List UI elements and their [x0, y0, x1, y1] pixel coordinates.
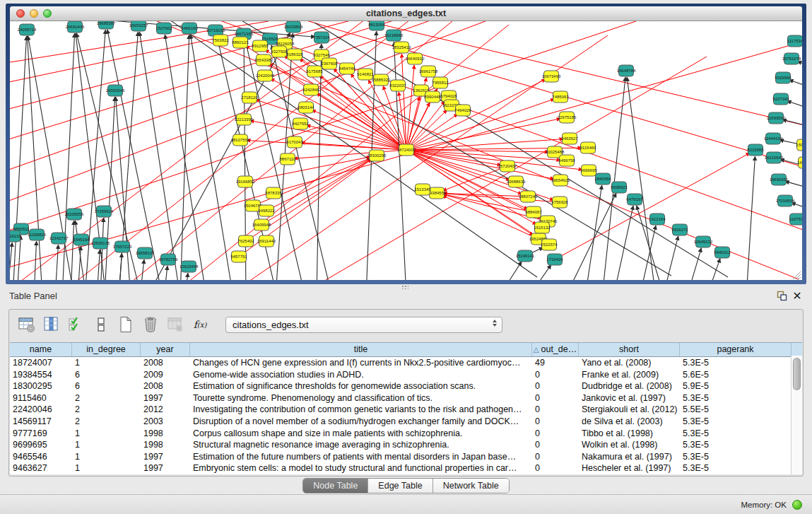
graph-node[interactable]: 1671023	[797, 157, 802, 168]
graph-node[interactable]: 9242848	[302, 84, 319, 95]
graph-node[interactable]: 1527602	[155, 23, 172, 34]
graph-node[interactable]: 19958107	[136, 247, 155, 259]
graph-node[interactable]: 16210643	[765, 152, 784, 163]
table-row[interactable]: 977716911998Corpus callosum shape and si…	[10, 428, 802, 440]
graph-node[interactable]: 15885320	[372, 74, 391, 86]
graph-node[interactable]: 19654923	[551, 175, 570, 186]
graph-node[interactable]: 7563822	[212, 35, 229, 46]
graph-node[interactable]: 16648784	[617, 65, 636, 76]
column-header[interactable]: year	[141, 343, 190, 356]
new-document-icon[interactable]	[117, 316, 135, 333]
function-icon[interactable]: f(x)	[191, 316, 209, 333]
network-window-titlebar[interactable]: citations_edges.txt	[10, 6, 802, 21]
graph-node[interactable]: 19685387	[97, 21, 116, 29]
graph-node[interactable]: 8427552	[292, 118, 309, 129]
checklist-icon[interactable]	[67, 316, 86, 333]
table-row[interactable]: 1872400712008Changes of HCN gene express…	[10, 357, 802, 369]
memory-status-icon[interactable]	[792, 500, 802, 510]
graph-node[interactable]: 18724007	[397, 144, 416, 156]
column-header[interactable]: in_degree	[72, 343, 141, 356]
graph-node[interactable]: 20206556	[65, 209, 84, 220]
graph-node[interactable]: 9170043	[286, 136, 303, 148]
graph-node[interactable]: 12213399	[235, 114, 254, 125]
tab-network-table[interactable]: Network Table	[433, 479, 509, 493]
graph-node[interactable]: 9499758	[558, 155, 575, 166]
graph-node[interactable]: 8454749	[339, 63, 355, 74]
graph-node[interactable]: 19166852	[236, 176, 255, 187]
graph-node[interactable]: 9327508	[271, 46, 288, 57]
close-panel-icon[interactable]: ✕	[789, 289, 805, 302]
graph-node[interactable]: 18325419	[392, 42, 411, 53]
resize-grip-icon[interactable]	[793, 271, 801, 279]
graph-node[interactable]: 18300295	[367, 150, 387, 161]
graph-node[interactable]: 24055724	[18, 24, 37, 35]
graph-node[interactable]: 8813054	[368, 21, 385, 30]
graph-node[interactable]: 9115460	[580, 142, 597, 153]
graph-node[interactable]: 16640910	[406, 53, 425, 64]
graph-node[interactable]: 17016504	[776, 195, 795, 206]
graph-node[interactable]: 1595349	[796, 139, 802, 151]
graph-node[interactable]: 19692951	[770, 174, 789, 185]
graph-node[interactable]: 1733426	[546, 254, 563, 265]
graph-node[interactable]: 10688639	[507, 176, 526, 187]
graph-node[interactable]: 9945012	[714, 247, 731, 258]
minimize-window-button[interactable]	[30, 9, 38, 18]
table-selector[interactable]: citations_edges.txt	[225, 317, 502, 333]
graph-node[interactable]: 19218986	[384, 30, 404, 41]
graph-node[interactable]: 9463627	[561, 133, 578, 144]
graph-node[interactable]: 2718120	[241, 92, 258, 103]
graph-node[interactable]: 8322037	[389, 80, 406, 91]
graph-node[interactable]: 12505135	[91, 238, 110, 249]
table-row[interactable]: 911546021997Tourette syndrome. Phenomeno…	[10, 392, 802, 404]
graph-node[interactable]: 18807249	[519, 191, 538, 202]
graph-node[interactable]: 8215955	[747, 144, 764, 156]
graph-node[interactable]: 16782759	[159, 254, 178, 265]
graph-node[interactable]: 12444154	[764, 133, 783, 144]
select-column-icon[interactable]	[42, 316, 61, 333]
graph-node[interactable]: 9919131	[10, 230, 21, 242]
graph-node[interactable]: 5878335	[265, 187, 282, 199]
graph-node[interactable]: 16911443	[257, 235, 276, 247]
graph-node[interactable]: 9756928	[551, 197, 568, 208]
graph-node[interactable]: 16409948	[252, 219, 271, 230]
column-header[interactable]: short	[579, 343, 680, 356]
graph-node[interactable]: 22420046	[256, 70, 275, 81]
tab-edge-table[interactable]: Edge Table	[367, 479, 432, 493]
network-canvas[interactable]: 2405572420691406196853871065325715276026…	[10, 21, 802, 280]
graph-node[interactable]: 1545194	[73, 234, 90, 245]
graph-node[interactable]: 15196141	[516, 250, 535, 262]
column-header[interactable]: pagerank	[680, 343, 792, 356]
graph-node[interactable]: 12093592	[767, 112, 786, 124]
graph-node[interactable]: 9175685	[306, 66, 323, 77]
table-settings-icon[interactable]	[18, 316, 36, 333]
graph-node[interactable]: 10973493	[542, 71, 561, 82]
delete-table-icon[interactable]	[166, 316, 184, 333]
column-header[interactable]: title	[190, 343, 532, 356]
graph-node[interactable]: 9457791	[230, 251, 247, 262]
zoom-window-button[interactable]	[43, 9, 52, 18]
graph-node[interactable]: 16961758	[419, 66, 438, 77]
graph-node[interactable]: 9329966	[775, 72, 792, 83]
graph-node[interactable]: 8860123	[232, 37, 249, 48]
graph-node[interactable]: 9884067	[525, 206, 542, 218]
graph-node[interactable]: 8938923	[611, 182, 628, 193]
table-row[interactable]: 2242004622012Investigating the contribut…	[10, 404, 802, 416]
graph-node[interactable]: 2522574	[541, 239, 558, 250]
rows-icon[interactable]	[92, 316, 110, 333]
column-header[interactable]: △out_de…	[532, 343, 579, 356]
graph-node[interactable]: 8186328	[286, 49, 303, 60]
graph-node[interactable]: 8912955	[252, 40, 269, 52]
graph-node[interactable]: 10653257	[129, 21, 148, 31]
graph-node[interactable]: 7955812	[432, 77, 449, 88]
float-panel-icon[interactable]	[774, 289, 789, 302]
graph-node[interactable]: 9916271	[671, 224, 688, 235]
graph-node[interactable]: 9498222	[258, 205, 275, 216]
graph-node[interactable]: 15751074	[782, 53, 801, 64]
table-row[interactable]: 1938455462009Genome-wide association stu…	[10, 369, 802, 381]
graph-node[interactable]: 16033809	[284, 21, 303, 33]
graph-node[interactable]: 7485063	[552, 91, 569, 103]
table-row[interactable]: 969969511998Structural magnetic resonanc…	[10, 439, 802, 451]
graph-node[interactable]: 2367608	[321, 58, 338, 69]
graph-node[interactable]: 20053346	[106, 85, 125, 96]
graph-node[interactable]: 6466160	[181, 23, 198, 34]
